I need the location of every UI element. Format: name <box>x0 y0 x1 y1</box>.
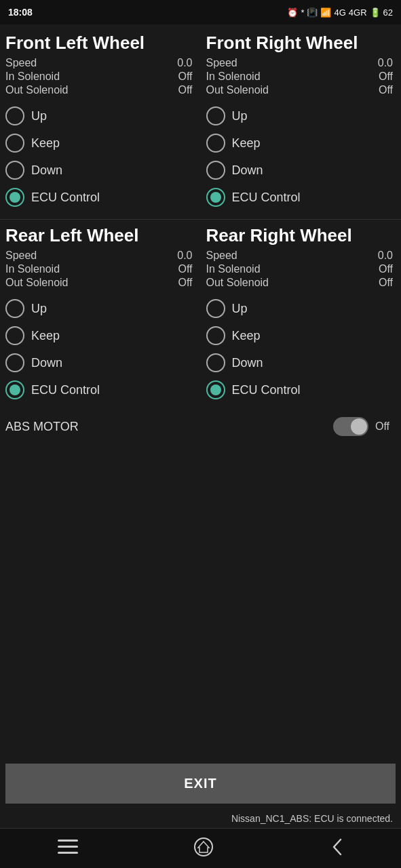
front-left-outsolenoid-row: Out Solenoid Off <box>5 83 195 97</box>
abs-motor-row: ABS MOTOR Off <box>0 409 401 444</box>
rear-right-radio-down[interactable]: Down <box>206 349 396 376</box>
front-right-radio-up-label: Up <box>232 109 248 123</box>
rear-right-wheel-section: Rear Right Wheel Speed 0.0 In Solenoid O… <box>201 222 402 409</box>
rear-right-radio-keep-label: Keep <box>232 329 261 343</box>
status-bar: 18:08 ⏰ * 📳 📶 4G 4GR 🔋 62 <box>0 0 401 24</box>
rear-left-insolenoid-value: Off <box>178 263 195 275</box>
rear-right-radio-up-label: Up <box>232 302 248 316</box>
abs-motor-label: ABS MOTOR <box>5 420 325 434</box>
rear-right-radio-ecu-label: ECU Control <box>232 383 301 397</box>
front-left-radio-ecu-circle <box>5 188 24 207</box>
rear-right-radio-up[interactable]: Up <box>206 295 396 322</box>
front-right-radio-ecu-label: ECU Control <box>232 191 301 205</box>
rear-left-radio-up[interactable]: Up <box>5 295 195 322</box>
rear-left-title: Rear Left Wheel <box>5 225 195 246</box>
rear-left-radio-ecu-label: ECU Control <box>31 383 100 397</box>
rear-right-radio-ecu[interactable]: ECU Control <box>206 376 396 403</box>
rear-right-radio-keep-circle <box>206 326 225 345</box>
content-spacer <box>0 444 401 648</box>
front-left-insolenoid-row: In Solenoid Off <box>5 70 195 83</box>
front-left-speed-value: 0.0 <box>177 57 195 69</box>
front-left-title: Front Left Wheel <box>5 33 195 54</box>
rear-right-insolenoid-label: In Solenoid <box>206 263 261 275</box>
rear-right-insolenoid-row: In Solenoid Off <box>206 262 396 276</box>
rear-right-speed-row: Speed 0.0 <box>206 249 396 262</box>
rear-left-wheel-section: Rear Left Wheel Speed 0.0 In Solenoid Of… <box>0 222 201 409</box>
front-left-radio-up-label: Up <box>31 109 47 123</box>
nav-back-button[interactable] <box>330 837 343 857</box>
rear-left-radio-down-label: Down <box>31 356 62 370</box>
front-left-radio-up-circle <box>5 106 24 125</box>
rear-left-radio-keep-label: Keep <box>31 329 60 343</box>
rear-left-speed-label: Speed <box>5 250 37 262</box>
wifi-icon: 📶 <box>320 7 331 18</box>
rear-right-insolenoid-value: Off <box>379 263 396 275</box>
rear-left-insolenoid-label: In Solenoid <box>5 263 60 275</box>
status-time: 18:08 <box>8 7 33 18</box>
rear-left-radio-ecu-circle <box>5 380 24 399</box>
rear-left-outsolenoid-row: Out Solenoid Off <box>5 276 195 290</box>
rear-right-radio-down-label: Down <box>232 356 263 370</box>
front-left-radio-down[interactable]: Down <box>5 157 195 184</box>
nav-bar <box>0 828 401 868</box>
rear-right-speed-value: 0.0 <box>378 250 396 262</box>
front-left-radio-up[interactable]: Up <box>5 102 195 130</box>
front-left-radio-keep-label: Keep <box>31 136 60 151</box>
rear-right-radio-keep[interactable]: Keep <box>206 322 396 349</box>
abs-motor-toggle[interactable] <box>333 417 368 436</box>
rear-right-outsolenoid-row: Out Solenoid Off <box>206 276 396 290</box>
front-right-title: Front Right Wheel <box>206 33 396 54</box>
vibrate-icon: 📳 <box>307 7 318 18</box>
front-right-radio-down[interactable]: Down <box>206 157 396 184</box>
front-left-radio-down-circle <box>5 161 24 180</box>
rear-left-radio-up-label: Up <box>31 302 47 316</box>
rear-left-radio-ecu[interactable]: ECU Control <box>5 376 195 403</box>
front-right-radio-down-label: Down <box>232 163 263 178</box>
front-left-speed-label: Speed <box>5 57 37 69</box>
toggle-knob <box>351 418 367 435</box>
front-right-radio-up-circle <box>206 106 225 125</box>
front-left-wheel-section: Front Left Wheel Speed 0.0 In Solenoid O… <box>0 30 201 216</box>
rear-left-outsolenoid-label: Out Solenoid <box>5 277 69 289</box>
front-left-insolenoid-label: In Solenoid <box>5 71 60 83</box>
rear-right-radio-ecu-circle <box>206 380 225 399</box>
rear-left-radio-keep-circle <box>5 326 24 345</box>
front-left-insolenoid-value: Off <box>178 71 195 83</box>
front-left-radio-ecu[interactable]: ECU Control <box>5 184 195 211</box>
page-wrapper: 18:08 ⏰ * 📳 📶 4G 4GR 🔋 62 Front Left Whe… <box>0 0 401 868</box>
front-left-radio-ecu-label: ECU Control <box>31 191 100 205</box>
rear-right-radio-down-circle <box>206 353 225 372</box>
abs-motor-toggle-container: Off <box>333 417 396 436</box>
front-left-radio-group: Up Keep Down ECU Control <box>5 102 195 211</box>
front-right-insolenoid-label: In Solenoid <box>206 71 261 83</box>
front-right-outsolenoid-row: Out Solenoid Off <box>206 83 396 97</box>
abs-motor-status: Off <box>375 420 396 433</box>
content-area: Front Left Wheel Speed 0.0 In Solenoid O… <box>0 24 401 758</box>
front-left-outsolenoid-label: Out Solenoid <box>5 84 69 96</box>
rear-right-radio-group: Up Keep Down ECU Control <box>206 295 396 403</box>
front-right-radio-ecu[interactable]: ECU Control <box>206 184 396 211</box>
bluetooth-icon: * <box>301 7 304 18</box>
rear-left-radio-down[interactable]: Down <box>5 349 195 376</box>
rear-right-speed-label: Speed <box>206 250 237 262</box>
exit-button[interactable]: EXIT <box>5 764 396 804</box>
nav-home-button[interactable] <box>193 837 214 857</box>
front-left-radio-down-label: Down <box>31 163 62 178</box>
front-right-radio-keep-circle <box>206 134 225 153</box>
front-wheels-grid: Front Left Wheel Speed 0.0 In Solenoid O… <box>0 30 401 216</box>
svg-rect-2 <box>58 852 78 854</box>
front-left-radio-keep[interactable]: Keep <box>5 130 195 157</box>
rear-left-outsolenoid-value: Off <box>178 277 195 289</box>
rear-left-speed-value: 0.0 <box>177 250 195 262</box>
connection-status: Nissan_NC1_ABS: ECU is connected. <box>0 809 401 828</box>
main-content: Front Left Wheel Speed 0.0 In Solenoid O… <box>0 24 401 648</box>
svg-rect-1 <box>58 846 78 848</box>
front-right-radio-keep[interactable]: Keep <box>206 130 396 157</box>
front-right-radio-ecu-circle <box>206 188 225 207</box>
signal2-icon: 4GR <box>349 7 367 18</box>
battery-level: 62 <box>383 7 393 18</box>
front-right-radio-up[interactable]: Up <box>206 102 396 130</box>
rear-left-radio-keep[interactable]: Keep <box>5 322 195 349</box>
nav-menu-button[interactable] <box>58 840 78 854</box>
rear-left-radio-group: Up Keep Down ECU Control <box>5 295 195 403</box>
